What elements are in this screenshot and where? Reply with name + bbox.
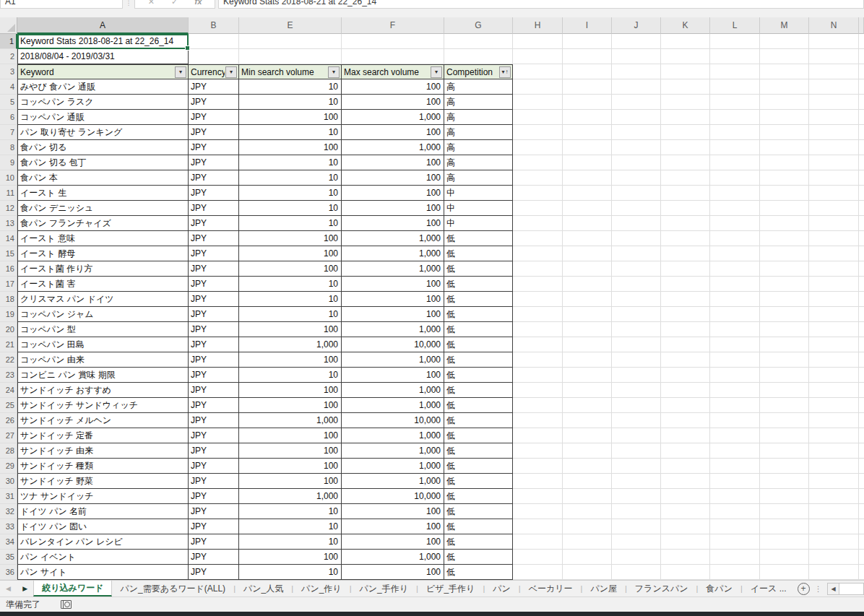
cell-A34[interactable]: バレンタイン パン レシピ	[17, 534, 189, 550]
cell-J28[interactable]	[612, 443, 661, 459]
row-header-35[interactable]: 35	[0, 550, 17, 565]
cell-H14[interactable]	[513, 231, 563, 246]
column-header-E[interactable]: E	[239, 17, 342, 34]
select-all-corner[interactable]	[0, 17, 17, 34]
row-header-12[interactable]: 12	[0, 201, 17, 216]
cell-L4[interactable]	[710, 79, 760, 95]
cell-B12[interactable]: JPY	[189, 201, 239, 216]
cell-G28[interactable]: 低	[444, 443, 513, 459]
cell-N11[interactable]	[809, 186, 859, 201]
cell-G26[interactable]: 低	[444, 413, 513, 428]
cell-M4[interactable]	[760, 79, 809, 95]
cell-H29[interactable]	[513, 459, 563, 474]
cell-M1[interactable]	[760, 34, 809, 49]
cell-N14[interactable]	[809, 231, 859, 246]
cell-K16[interactable]	[661, 261, 710, 277]
cell-K34[interactable]	[661, 534, 710, 550]
cell-H6[interactable]	[513, 110, 563, 125]
cell-M31[interactable]	[760, 489, 809, 504]
cell-I23[interactable]	[563, 368, 612, 383]
scrollbar-track[interactable]	[839, 583, 864, 595]
cell-E18[interactable]: 10	[239, 292, 342, 307]
cell-F29[interactable]: 1,000	[342, 459, 444, 474]
cell-N23[interactable]	[809, 368, 859, 383]
cell-J23[interactable]	[612, 368, 661, 383]
cell-G35[interactable]: 低	[444, 550, 513, 565]
cell-A26[interactable]: サンドイッチ メルヘン	[17, 413, 189, 428]
cell-I13[interactable]	[563, 216, 612, 231]
cell-G12[interactable]: 中	[444, 201, 513, 216]
cell-A15[interactable]: イースト 酵母	[17, 246, 189, 261]
cell-A22[interactable]: コッペパン 由来	[17, 352, 189, 368]
cell-I17[interactable]	[563, 277, 612, 292]
cell-N15[interactable]	[809, 246, 859, 261]
cell-K26[interactable]	[661, 413, 710, 428]
cell-A25[interactable]: サンドイッチ サンドウィッチ	[17, 398, 189, 413]
cell-G24[interactable]: 低	[444, 383, 513, 398]
cell-E1[interactable]	[239, 34, 342, 49]
row-header-4[interactable]: 4	[0, 79, 17, 95]
cell-I12[interactable]	[563, 201, 612, 216]
cell-H1[interactable]	[513, 34, 563, 49]
cell-L16[interactable]	[710, 261, 760, 277]
column-header-K[interactable]: K	[661, 17, 710, 34]
cell-F27[interactable]: 1,000	[342, 428, 444, 443]
cell-M33[interactable]	[760, 519, 809, 534]
cell-K12[interactable]	[661, 201, 710, 216]
cell-F28[interactable]: 1,000	[342, 443, 444, 459]
cell-I29[interactable]	[563, 459, 612, 474]
cell-B22[interactable]: JPY	[189, 352, 239, 368]
cell-H5[interactable]	[513, 95, 563, 110]
cell-M36[interactable]	[760, 565, 809, 580]
cell-L24[interactable]	[710, 383, 760, 398]
cell-M35[interactable]	[760, 550, 809, 565]
filter-dropdown-icon[interactable]: ▾	[175, 66, 186, 78]
cell-B19[interactable]: JPY	[189, 307, 239, 322]
cell-A28[interactable]: サンドイッチ 由来	[17, 443, 189, 459]
cell-L14[interactable]	[710, 231, 760, 246]
cell-G10[interactable]: 高	[444, 170, 513, 186]
insert-function-icon[interactable]: fx	[195, 0, 202, 6]
cell-E11[interactable]: 10	[239, 186, 342, 201]
cell-K20[interactable]	[661, 322, 710, 337]
row-header-9[interactable]: 9	[0, 155, 17, 170]
cell-K9[interactable]	[661, 155, 710, 170]
cell-M12[interactable]	[760, 201, 809, 216]
sheet-tab-10[interactable]: フランスパン	[627, 581, 696, 597]
cell-K30[interactable]	[661, 474, 710, 489]
cell-M6[interactable]	[760, 110, 809, 125]
cell-J29[interactable]	[612, 459, 661, 474]
cell-K24[interactable]	[661, 383, 710, 398]
cell-H22[interactable]	[513, 352, 563, 368]
cell-A33[interactable]: ドイツ パン 固い	[17, 519, 189, 534]
row-header-24[interactable]: 24	[0, 383, 17, 398]
cell-G34[interactable]: 低	[444, 534, 513, 550]
cell-N8[interactable]	[809, 140, 859, 155]
cell-N34[interactable]	[809, 534, 859, 550]
cell-E30[interactable]: 100	[239, 474, 342, 489]
cell-I7[interactable]	[563, 125, 612, 140]
cell-J16[interactable]	[612, 261, 661, 277]
cell-M25[interactable]	[760, 398, 809, 413]
cell-F30[interactable]: 1,000	[342, 474, 444, 489]
cell-F6[interactable]: 1,000	[342, 110, 444, 125]
cell-I24[interactable]	[563, 383, 612, 398]
cell-I6[interactable]	[563, 110, 612, 125]
cell-E12[interactable]: 10	[239, 201, 342, 216]
cell-M3[interactable]	[760, 64, 809, 79]
tab-scroll-left-icon[interactable]: ◀	[0, 581, 17, 597]
cell-N27[interactable]	[809, 428, 859, 443]
cell-J1[interactable]	[612, 34, 661, 49]
cell-N35[interactable]	[809, 550, 859, 565]
cell-E16[interactable]: 100	[239, 261, 342, 277]
cell-L18[interactable]	[710, 292, 760, 307]
cell-F12[interactable]: 100	[342, 201, 444, 216]
cell-I25[interactable]	[563, 398, 612, 413]
row-header-19[interactable]: 19	[0, 307, 17, 322]
cell-A19[interactable]: コッペパン ジャム	[17, 307, 189, 322]
column-header-A[interactable]: A	[17, 17, 189, 34]
cell-E31[interactable]: 1,000	[239, 489, 342, 504]
row-header-17[interactable]: 17	[0, 277, 17, 292]
row-header-21[interactable]: 21	[0, 337, 17, 352]
cell-L13[interactable]	[710, 216, 760, 231]
